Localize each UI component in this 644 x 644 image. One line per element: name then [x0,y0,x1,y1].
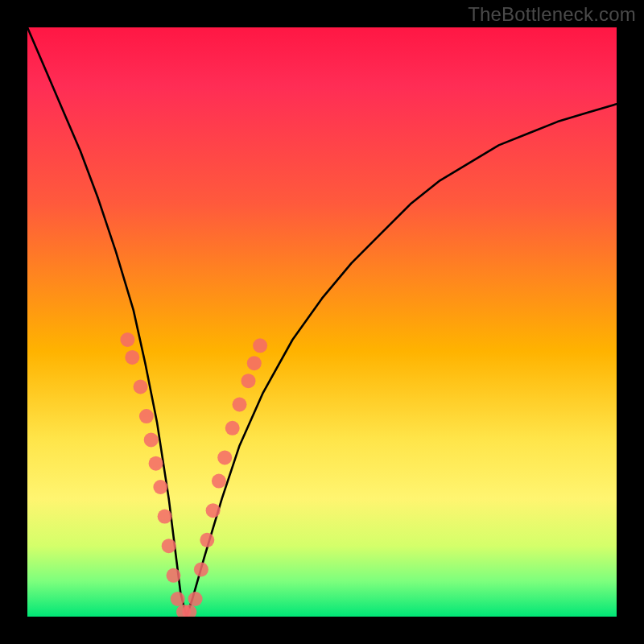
marker-dot [247,356,262,370]
plot-area [27,27,617,617]
marker-dot [167,568,181,583]
marker-dot [242,374,256,388]
marker-dot [212,474,226,489]
marker-dot [153,480,167,494]
marker-dot [139,409,154,423]
marker-dot [149,456,163,471]
marker-dot [134,380,148,394]
marker-dot [144,432,159,447]
marker-dot [125,350,139,365]
curve-layer [27,27,617,617]
marker-dot [158,510,172,524]
marker-dot [194,562,208,576]
marker-dot [200,533,214,547]
dots-layer [120,332,267,617]
chart-svg [27,27,617,617]
marker-dot [206,503,221,518]
watermark-text: TheBottleneck.com [468,3,636,26]
marker-dot [120,332,134,347]
marker-dot [233,398,247,412]
marker-dot [162,539,176,553]
outer-frame: TheBottleneck.com [0,0,644,644]
marker-dot [225,421,240,436]
marker-dot [188,592,203,606]
marker-dot [253,338,267,353]
marker-dot [217,450,232,464]
marker-dot [171,592,185,606]
bottleneck-curve [27,27,617,617]
